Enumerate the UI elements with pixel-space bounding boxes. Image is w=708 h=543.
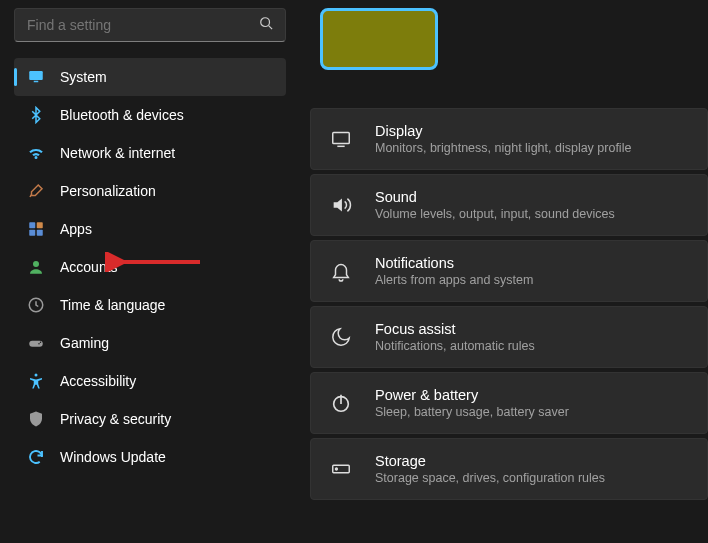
sidebar-item-label: Bluetooth & devices — [60, 107, 184, 123]
sidebar-item-privacy-security[interactable]: Privacy & security — [14, 400, 286, 438]
sidebar-item-windows-update[interactable]: Windows Update — [14, 438, 286, 476]
card-subtitle: Volume levels, output, input, sound devi… — [375, 207, 615, 221]
svg-point-19 — [336, 468, 338, 470]
sidebar-item-accounts[interactable]: Accounts — [14, 248, 286, 286]
settings-card-sound[interactable]: SoundVolume levels, output, input, sound… — [310, 174, 708, 236]
sidebar-item-label: Gaming — [60, 335, 109, 351]
card-subtitle: Sleep, battery usage, battery saver — [375, 405, 569, 419]
wifi-icon — [27, 144, 45, 162]
apps-icon — [27, 220, 45, 238]
sidebar-item-network-internet[interactable]: Network & internet — [14, 134, 286, 172]
svg-line-1 — [269, 26, 273, 30]
svg-point-0 — [261, 18, 270, 27]
person-icon — [27, 258, 45, 276]
card-subtitle: Alerts from apps and system — [375, 273, 533, 287]
settings-card-storage[interactable]: StorageStorage space, drives, configurat… — [310, 438, 708, 500]
svg-point-8 — [33, 261, 39, 267]
svg-point-13 — [35, 374, 38, 377]
sidebar-item-apps[interactable]: Apps — [14, 210, 286, 248]
card-title: Display — [375, 123, 631, 139]
card-subtitle: Notifications, automatic rules — [375, 339, 535, 353]
card-subtitle: Storage space, drives, configuration rul… — [375, 471, 605, 485]
moon-icon — [329, 326, 353, 348]
update-icon — [27, 448, 45, 466]
sidebar-item-label: Windows Update — [60, 449, 166, 465]
card-title: Power & battery — [375, 387, 569, 403]
search-input[interactable] — [27, 17, 259, 33]
gamepad-icon — [27, 334, 45, 352]
sidebar-item-label: Accessibility — [60, 373, 136, 389]
display-icon — [329, 128, 353, 150]
sidebar-item-label: Apps — [60, 221, 92, 237]
bluetooth-icon — [27, 106, 45, 124]
svg-point-12 — [40, 342, 42, 344]
sidebar-item-label: Time & language — [60, 297, 165, 313]
settings-card-notifications[interactable]: NotificationsAlerts from apps and system — [310, 240, 708, 302]
svg-point-11 — [38, 343, 40, 345]
sidebar-item-label: Personalization — [60, 183, 156, 199]
sidebar-item-label: Accounts — [60, 259, 118, 275]
card-title: Focus assist — [375, 321, 535, 337]
card-subtitle: Monitors, brightness, night light, displ… — [375, 141, 631, 155]
sidebar: SystemBluetooth & devicesNetwork & inter… — [0, 0, 300, 543]
sidebar-item-time-language[interactable]: Time & language — [14, 286, 286, 324]
card-title: Notifications — [375, 255, 533, 271]
clock-globe-icon — [27, 296, 45, 314]
svg-rect-2 — [29, 71, 43, 80]
power-icon — [329, 392, 353, 414]
settings-card-power-battery[interactable]: Power & batterySleep, battery usage, bat… — [310, 372, 708, 434]
sidebar-item-personalization[interactable]: Personalization — [14, 172, 286, 210]
shield-icon — [27, 410, 45, 428]
monitor-icon — [27, 68, 45, 86]
svg-rect-6 — [29, 230, 35, 236]
svg-rect-3 — [34, 81, 39, 83]
svg-rect-14 — [333, 133, 350, 144]
main-panel: DisplayMonitors, brightness, night light… — [300, 0, 708, 543]
card-title: Sound — [375, 189, 615, 205]
paintbrush-icon — [27, 182, 45, 200]
desktop-preview[interactable] — [320, 8, 438, 70]
sound-icon — [329, 194, 353, 216]
sidebar-item-system[interactable]: System — [14, 58, 286, 96]
sidebar-item-gaming[interactable]: Gaming — [14, 324, 286, 362]
search-icon — [259, 16, 273, 34]
sidebar-item-label: System — [60, 69, 107, 85]
bell-icon — [329, 260, 353, 282]
svg-rect-5 — [37, 222, 43, 228]
svg-rect-4 — [29, 222, 35, 228]
sidebar-item-bluetooth-devices[interactable]: Bluetooth & devices — [14, 96, 286, 134]
settings-card-display[interactable]: DisplayMonitors, brightness, night light… — [310, 108, 708, 170]
sidebar-item-accessibility[interactable]: Accessibility — [14, 362, 286, 400]
settings-card-focus-assist[interactable]: Focus assistNotifications, automatic rul… — [310, 306, 708, 368]
sidebar-item-label: Privacy & security — [60, 411, 171, 427]
accessibility-icon — [27, 372, 45, 390]
svg-rect-7 — [37, 230, 43, 236]
card-title: Storage — [375, 453, 605, 469]
storage-icon — [329, 458, 353, 480]
sidebar-item-label: Network & internet — [60, 145, 175, 161]
search-box[interactable] — [14, 8, 286, 42]
